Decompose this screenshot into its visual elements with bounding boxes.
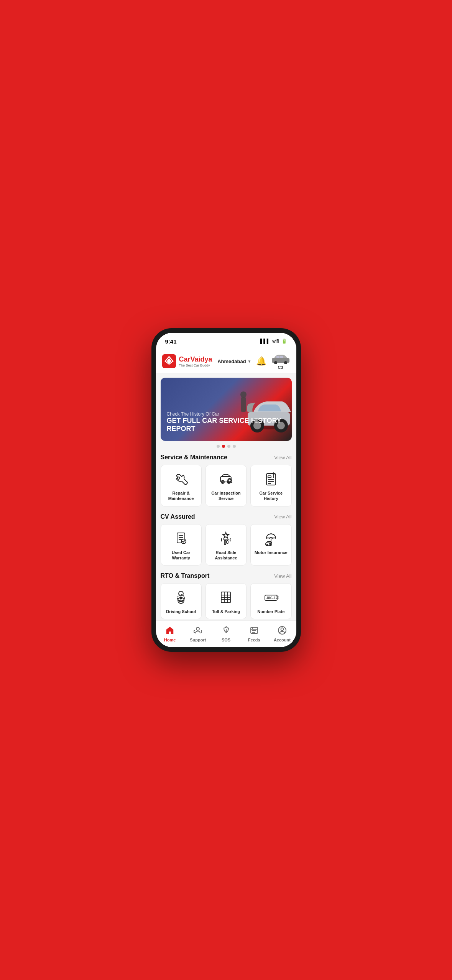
logo-icon [162, 354, 176, 368]
svg-point-56 [226, 631, 227, 631]
location-label: Ahmedabad [217, 358, 246, 364]
service-card-roadside[interactable]: Road SideAssistance [205, 524, 247, 566]
dot-2 [222, 445, 225, 448]
tagline: The Best Car Buddy [179, 363, 212, 367]
history-icon [263, 470, 279, 487]
roadside-icon [217, 530, 234, 547]
logo-area: CarVaidya The Best Car Buddy [162, 354, 212, 368]
banner-subtitle: Check The History Of Car [167, 411, 286, 417]
toll-icon [217, 589, 234, 606]
svg-rect-34 [227, 541, 228, 543]
repair-label: Repair &Maintenance [168, 490, 194, 502]
nav-feeds-button[interactable]: Feeds [240, 621, 268, 647]
bottom-navigation: Home Support [156, 620, 296, 647]
cv-section-title: CV Assured [161, 513, 195, 520]
support-nav-icon [193, 626, 202, 636]
status-icons: ▌▌▌ wifi 🔋 [260, 339, 287, 344]
nav-support-button[interactable]: Support [184, 621, 212, 647]
main-scroll: Check The History Of Car GET FULL CAR SE… [156, 374, 296, 620]
svg-point-63 [281, 628, 283, 631]
service-view-all-button[interactable]: View All [274, 455, 291, 460]
service-card-repair[interactable]: Repair &Maintenance [161, 465, 202, 506]
driving-label: Driving School [166, 609, 196, 614]
driving-icon [173, 589, 189, 606]
rto-view-all-button[interactable]: View All [274, 573, 291, 579]
banner-dots [156, 441, 296, 450]
repair-icon [173, 470, 189, 487]
svg-point-3 [284, 361, 287, 364]
header-right: Ahmedabad ▼ 🔔 C3 [217, 353, 290, 370]
service-card-history[interactable]: Car Service History [250, 465, 291, 506]
phone-frame: 9:41 ▌▌▌ wifi 🔋 CarVaidya [151, 328, 301, 652]
service-card-plate[interactable]: ABC-123 Number Plate [250, 583, 291, 619]
location-button[interactable]: Ahmedabad ▼ [217, 358, 251, 364]
car-selector[interactable]: C3 [271, 353, 290, 370]
svg-point-13 [240, 391, 247, 398]
svg-rect-5 [280, 356, 283, 358]
brand-second: Vaidya [191, 355, 212, 363]
feeds-nav-label: Feeds [248, 638, 260, 642]
cv-view-all-button[interactable]: View All [274, 514, 291, 520]
dot-3 [227, 445, 230, 448]
plate-label: Number Plate [257, 609, 284, 614]
svg-rect-4 [276, 356, 279, 358]
rto-section: RTO & Transport View All [156, 569, 296, 619]
notification-button[interactable]: 🔔 [256, 356, 266, 366]
nav-account-button[interactable]: Account [268, 621, 296, 647]
wifi-icon: wifi [272, 339, 279, 344]
insurance-icon [263, 530, 279, 547]
battery-icon: 🔋 [281, 339, 287, 344]
status-bar: 9:41 ▌▌▌ wifi 🔋 [156, 333, 296, 350]
rto-section-title: RTO & Transport [161, 572, 210, 579]
banner-title: GET FULL CAR SERVICE HISTORY REPORT [167, 417, 286, 433]
svg-point-2 [274, 361, 277, 364]
service-card-driving[interactable]: Driving School [161, 583, 202, 619]
nav-sos-button[interactable]: SOS [212, 621, 240, 647]
car-model-label: C3 [278, 365, 283, 370]
chevron-down-icon: ▼ [248, 359, 251, 363]
cv-grid: Used Car Warranty [161, 524, 292, 566]
status-time: 9:41 [165, 338, 177, 345]
section-header-cv: CV Assured View All [161, 513, 292, 520]
inspection-label: Car InspectionService [211, 490, 240, 502]
phone-screen: 9:41 ▌▌▌ wifi 🔋 CarVaidya [156, 333, 296, 647]
account-nav-icon [278, 626, 287, 636]
section-header-service: Service & Maintenance View All [161, 454, 292, 461]
dot-1 [217, 445, 220, 448]
insurance-label: Motor Insurance [255, 550, 288, 555]
svg-text:ABC-123: ABC-123 [266, 597, 279, 600]
banner-text-area: Check The History Of Car GET FULL CAR SE… [161, 405, 292, 441]
service-card-insurance[interactable]: Motor Insurance [250, 524, 291, 566]
bell-icon: 🔔 [256, 356, 266, 366]
feeds-nav-icon [250, 626, 259, 636]
sos-nav-label: SOS [222, 638, 230, 642]
service-grid: Repair &Maintenance [161, 465, 292, 506]
section-header-rto: RTO & Transport View All [161, 572, 292, 579]
support-nav-label: Support [190, 638, 206, 642]
toll-label: Toll & Parking [212, 609, 240, 614]
logo-text: CarVaidya The Best Car Buddy [179, 355, 212, 367]
home-nav-icon [165, 626, 174, 636]
service-card-toll[interactable]: Toll & Parking [205, 583, 247, 619]
cv-assured-section: CV Assured View All [156, 510, 296, 566]
home-nav-label: Home [164, 638, 176, 642]
warranty-label: Used Car Warranty [164, 550, 198, 561]
svg-rect-23 [268, 476, 271, 478]
service-card-warranty[interactable]: Used Car Warranty [161, 524, 202, 566]
promo-banner[interactable]: Check The History Of Car GET FULL CAR SE… [161, 378, 292, 441]
service-section-title: Service & Maintenance [161, 454, 227, 461]
plate-icon: ABC-123 [263, 589, 279, 606]
service-maintenance-section: Service & Maintenance View All Repair &M… [156, 450, 296, 506]
car-image [271, 353, 290, 364]
history-label: Car Service History [254, 490, 288, 502]
svg-point-54 [196, 627, 199, 630]
service-card-inspection[interactable]: Car InspectionService [205, 465, 247, 506]
svg-rect-33 [224, 541, 226, 544]
nav-home-button[interactable]: Home [156, 621, 184, 647]
brand-first: Car [179, 355, 191, 363]
svg-point-14 [178, 477, 180, 479]
signal-icon: ▌▌▌ [260, 339, 270, 344]
account-nav-label: Account [274, 638, 291, 642]
inspection-icon [217, 470, 234, 487]
brand-name: CarVaidya [179, 355, 212, 363]
